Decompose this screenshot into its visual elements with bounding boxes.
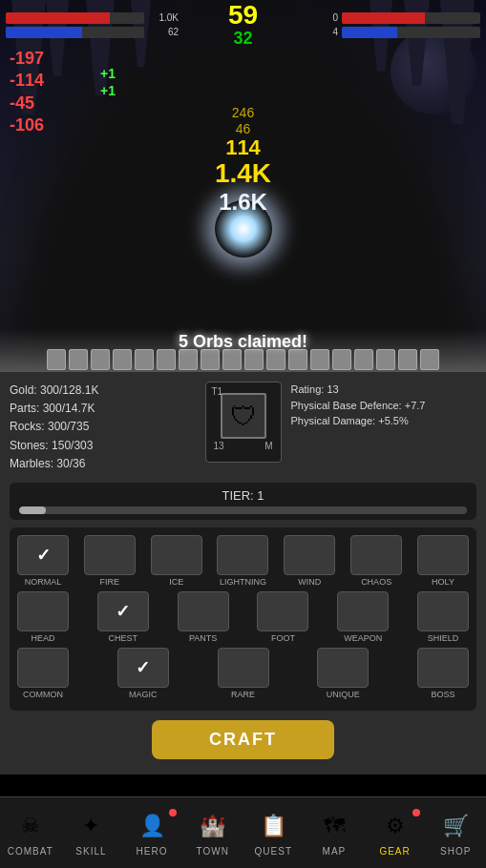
nav-item-town[interactable]: 🏰TOWN xyxy=(184,809,242,857)
filter-label-common: COMMON xyxy=(23,690,63,700)
enemy-sprite xyxy=(222,349,242,370)
equip-tier-label: T1 xyxy=(212,386,223,397)
nav-label-shop: SHOP xyxy=(440,846,471,857)
filter-box-common[interactable] xyxy=(17,648,69,688)
gold-value: 300/128.1K xyxy=(40,383,98,397)
nav-icon-quest: 📋 xyxy=(256,809,290,843)
filter-item-rare[interactable]: RARE xyxy=(218,648,269,700)
nav-item-gear[interactable]: ⚙GEAR xyxy=(367,809,424,857)
nav-item-quest[interactable]: 📋QUEST xyxy=(244,809,302,857)
stats-row: Gold: 300/128.1K Parts: 300/14.7K Rocks:… xyxy=(10,382,476,473)
filter-box-ice[interactable] xyxy=(151,535,202,575)
filter-item-holy[interactable]: HOLY xyxy=(417,535,469,588)
filter-box-wind[interactable] xyxy=(284,535,335,575)
center-numbers: 246 46 114 1.4K 1.6K xyxy=(215,105,271,216)
enemy-sprite xyxy=(135,349,154,370)
wave-sub: 32 xyxy=(233,29,252,49)
filter-item-weapon[interactable]: WEAPON xyxy=(337,591,389,644)
craft-button[interactable]: CRAFT xyxy=(152,720,334,759)
enemy-sprite xyxy=(332,349,351,370)
nav-item-shop[interactable]: 🛒SHOP xyxy=(427,809,484,857)
enemy-sprite xyxy=(244,349,264,370)
filter-item-foot[interactable]: FOOT xyxy=(257,591,308,644)
enemy-sprite xyxy=(398,349,417,370)
equip-bottom: 13 M xyxy=(210,441,277,451)
filter-label-lightning: LIGHTNING xyxy=(220,577,266,588)
damage-numbers: -197 -114 -45 -106 xyxy=(10,48,44,137)
equip-rating: Rating: 13 Physical Base Defence: +7.7 P… xyxy=(291,382,477,429)
enemy-sprite xyxy=(376,349,395,370)
mp-value: 62 xyxy=(148,27,179,37)
filter-item-wind[interactable]: WIND xyxy=(284,535,335,588)
filter-box-shield[interactable] xyxy=(417,591,469,631)
filter-box-weapon[interactable] xyxy=(337,591,389,631)
nav-dot-hero xyxy=(169,809,177,816)
equip-image: 🛡 xyxy=(221,393,266,439)
nav-item-combat[interactable]: ☠COMBAT xyxy=(2,809,59,857)
enemy-sprite xyxy=(179,349,198,370)
enemy-mp-value: 4 xyxy=(307,27,338,37)
rocks-label: Rocks: xyxy=(10,420,48,433)
filter-item-pants[interactable]: PANTS xyxy=(178,591,229,644)
filter-box-boss[interactable] xyxy=(417,648,469,688)
mp-bar-fill xyxy=(6,27,82,38)
filter-item-normal[interactable]: NORMAL xyxy=(17,535,69,588)
filter-item-unique[interactable]: UNIQUE xyxy=(317,648,369,700)
nav-icon-map: 🗺 xyxy=(317,809,351,843)
enemy-mp-fill xyxy=(342,27,397,38)
nav-item-hero[interactable]: 👤HERO xyxy=(123,809,180,857)
filter-box-chaos[interactable] xyxy=(350,535,402,575)
filter-box-lightning[interactable] xyxy=(217,535,268,575)
stat-stones: Stones: 150/303 xyxy=(10,437,196,455)
nav-icon-skill: ✦ xyxy=(74,809,108,843)
nav-item-map[interactable]: 🗺MAP xyxy=(306,809,363,857)
enemy-sprite xyxy=(157,349,176,370)
filter-box-holy[interactable] xyxy=(417,535,469,575)
filter-label-head: HEAD xyxy=(31,633,54,644)
tier-fill xyxy=(19,506,46,514)
stones-value: 150/303 xyxy=(52,439,93,452)
filter-item-common[interactable]: COMMON xyxy=(17,648,69,700)
filter-item-ice[interactable]: ICE xyxy=(151,535,202,588)
hud-center: 59 32 xyxy=(205,2,282,49)
filter-label-magic: MAGIC xyxy=(129,690,158,700)
stat-parts: Parts: 300/14.7K xyxy=(10,400,196,418)
filter-box-magic[interactable] xyxy=(117,648,169,688)
filter-label-foot: FOOT xyxy=(271,633,295,644)
dmg-red-3: -45 xyxy=(10,93,44,114)
filter-box-foot[interactable] xyxy=(257,591,308,631)
rating-value: Rating: 13 xyxy=(291,382,477,398)
filter-box-unique[interactable] xyxy=(317,648,369,688)
cn-xlarge: 1.4K xyxy=(215,158,271,189)
filter-item-chaos[interactable]: CHAOS xyxy=(350,535,402,588)
enemy-sprite xyxy=(69,349,88,370)
filter-box-rare[interactable] xyxy=(218,648,269,688)
enemy-sprite xyxy=(310,349,329,370)
filter-label-chaos: CHAOS xyxy=(361,577,391,588)
equipment-slot[interactable]: T1 🛡 13 M xyxy=(205,382,282,463)
filter-item-boss[interactable]: BOSS xyxy=(417,648,469,700)
stat-gold: Gold: 300/128.1K xyxy=(10,382,196,400)
filter-item-chest[interactable]: CHEST xyxy=(97,591,149,644)
filter-box-fire[interactable] xyxy=(84,535,136,575)
hp-bar-track xyxy=(6,12,144,24)
filter-box-chest[interactable] xyxy=(97,591,149,631)
filter-item-lightning[interactable]: LIGHTNING xyxy=(217,535,268,588)
nav-item-skill[interactable]: ✦SKILL xyxy=(62,809,119,857)
filter-box-normal[interactable] xyxy=(17,535,69,575)
filter-box-pants[interactable] xyxy=(178,591,229,631)
filter-item-magic[interactable]: MAGIC xyxy=(117,648,169,700)
enemy-mp-track xyxy=(342,27,480,38)
physical-damage: Physical Damage: +5.5% xyxy=(291,413,477,429)
enemy-sprite xyxy=(266,349,285,370)
filter-item-shield[interactable]: SHIELD xyxy=(417,591,469,644)
nav-label-gear: GEAR xyxy=(379,846,410,857)
filter-item-fire[interactable]: FIRE xyxy=(84,535,136,588)
filter-box-head[interactable] xyxy=(17,591,69,631)
hud-right: 0 4 xyxy=(289,12,480,38)
enemy-sprite xyxy=(47,349,66,370)
parts-label: Parts: xyxy=(10,402,43,415)
nav-label-map: MAP xyxy=(323,846,347,857)
filter-item-head[interactable]: HEAD xyxy=(17,591,69,644)
nav-icon-combat: ☠ xyxy=(13,809,48,843)
